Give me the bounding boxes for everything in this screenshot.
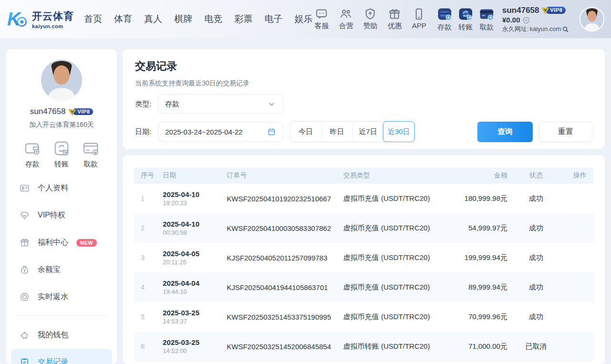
cell-order-no: KWSF202504100030583307862 bbox=[227, 224, 343, 232]
sidebar-item-yuebao[interactable]: 余额宝 bbox=[11, 256, 112, 283]
cell-date: 2025-04-1019:20:23 bbox=[163, 190, 227, 207]
table-row: 62025-03-2514:52:00KWSF20250325145200684… bbox=[134, 332, 593, 361]
cell-date: 2025-03-2514:53:37 bbox=[163, 309, 227, 325]
table-row: 52025-03-2514:53:37KWSF20250325145337519… bbox=[134, 302, 593, 332]
card-outline-icon bbox=[82, 139, 100, 157]
cell-no: 2 bbox=[141, 224, 163, 232]
table-row: 12025-04-1019:20:23KWSF20250410192023251… bbox=[134, 184, 593, 213]
sidebar-avatar bbox=[41, 60, 82, 101]
withdraw-button[interactable]: 取款 bbox=[479, 6, 495, 32]
records-label: 交易记录 bbox=[38, 357, 68, 364]
sidebar-item-profile[interactable]: 个人资料 bbox=[11, 175, 112, 202]
main-nav: 首页体育真人棋牌电竞彩票电子娱乐 bbox=[84, 13, 313, 25]
sidebar-deposit-button[interactable]: 存款 bbox=[23, 139, 42, 169]
quick-filter-近30日[interactable]: 近30日 bbox=[383, 121, 415, 142]
cell-amount: 54,999.97元 bbox=[436, 224, 507, 233]
cell-amount: 71,000.00元 bbox=[436, 342, 507, 351]
calendar-icon[interactable] bbox=[267, 127, 276, 136]
balance-dropdown-icon[interactable] bbox=[523, 17, 530, 24]
cell-order-no: KWSF202503251453375190995 bbox=[227, 313, 343, 321]
cell-type: 虚拟币充值 (USDT/TRC20) bbox=[343, 224, 436, 233]
cell-date-time: 00:30:58 bbox=[163, 229, 227, 236]
cell-status: 已取消 bbox=[507, 342, 565, 351]
cell-amount: 180,999.98元 bbox=[436, 194, 507, 203]
cell-date-time: 14:53:37 bbox=[163, 318, 227, 325]
service-label: 客服 bbox=[315, 21, 329, 31]
gem-icon bbox=[20, 210, 30, 220]
withdraw-icon bbox=[479, 6, 495, 22]
partner-button[interactable]: 合营 bbox=[339, 8, 353, 31]
col-header-no: 序号 bbox=[141, 171, 163, 180]
wallet-icon-group: 存款转账取款 bbox=[437, 6, 495, 32]
cell-date: 2025-03-2514:52:00 bbox=[163, 338, 227, 354]
reset-button[interactable]: 重置 bbox=[539, 122, 592, 142]
sidebar-withdraw-button[interactable]: 取款 bbox=[82, 139, 100, 169]
table-row: 22025-04-1000:30:58KWSF20250410003058330… bbox=[134, 213, 593, 243]
transfer-icon bbox=[458, 6, 474, 22]
date-range-input[interactable]: 2025-03-24~2025-04-22 bbox=[158, 122, 283, 142]
cell-status: 成功 bbox=[507, 194, 565, 203]
sidebar-vip-badge: VIP8 bbox=[68, 108, 93, 115]
brand-domain: kaiyun.com bbox=[32, 23, 74, 29]
sidebar-item-vip[interactable]: VIP特权 bbox=[11, 202, 112, 229]
nav-item-home[interactable]: 首页 bbox=[84, 13, 102, 25]
vip-badge: VIP8 bbox=[541, 7, 566, 14]
nav-item-sports[interactable]: 体育 bbox=[114, 13, 132, 25]
search-icon[interactable] bbox=[562, 26, 569, 33]
moneybag-icon bbox=[20, 265, 30, 275]
cell-date-time: 14:52:00 bbox=[163, 347, 227, 354]
nav-item-lottery[interactable]: 彩票 bbox=[234, 13, 253, 25]
table-header-row: 序号日期订单号交易类型金额状态操作 bbox=[134, 167, 593, 184]
idcard-icon bbox=[20, 183, 30, 193]
cell-date-day: 2025-04-10 bbox=[163, 190, 227, 198]
sidebar-item-rebate[interactable]: 实时返水 bbox=[11, 283, 112, 311]
nav-item-slots[interactable]: 电子 bbox=[264, 13, 283, 25]
cell-no: 5 bbox=[141, 313, 163, 321]
nav-item-entertainment[interactable]: 娱乐 bbox=[295, 13, 313, 25]
gift-icon bbox=[388, 8, 401, 21]
deposit-button[interactable]: 存款 bbox=[437, 6, 453, 32]
brand-logo[interactable]: K 开云体育 kaiyun.com bbox=[7, 8, 77, 30]
col-header-date: 日期 bbox=[163, 171, 227, 180]
quick-filter-今日[interactable]: 今日 bbox=[290, 122, 321, 142]
type-select[interactable]: 存款 bbox=[158, 94, 283, 114]
deposit-icon bbox=[437, 6, 453, 22]
deposit-label: 存款 bbox=[25, 160, 40, 169]
service-button[interactable]: 客服 bbox=[315, 8, 329, 31]
cell-date-day: 2025-03-25 bbox=[163, 309, 227, 317]
cell-status: 成功 bbox=[507, 312, 565, 322]
cell-type: 虚拟币充值 (USDT/TRC20) bbox=[343, 312, 436, 322]
deposit-label: 存款 bbox=[438, 23, 452, 32]
partner-label: 合营 bbox=[339, 21, 353, 31]
cell-type: 虚拟币充值 (USDT/TRC20) bbox=[343, 283, 436, 292]
cell-date-time: 19:44:10 bbox=[163, 288, 227, 295]
table-row: 32025-04-0520:11:25KJSF20250405201125709… bbox=[134, 243, 593, 272]
query-button[interactable]: 查询 bbox=[477, 122, 533, 142]
vip-v-icon bbox=[541, 7, 549, 14]
quick-filter-近7日[interactable]: 近7日 bbox=[352, 122, 383, 142]
sidebar-item-records[interactable]: 交易记录 bbox=[11, 349, 112, 364]
col-header-order: 订单号 bbox=[227, 171, 343, 180]
cell-order-no: KWSF202504101920232510667 bbox=[227, 195, 343, 203]
date-quick-filters: 今日昨日近7日近30日 bbox=[290, 121, 415, 142]
transfer-button[interactable]: 转账 bbox=[458, 6, 474, 32]
nav-item-chess[interactable]: 棋牌 bbox=[174, 13, 192, 25]
rebate-label: 实时返水 bbox=[38, 292, 68, 302]
sidebar-item-welfare[interactable]: 福利中心NEW bbox=[11, 229, 112, 256]
quick-filter-昨日[interactable]: 昨日 bbox=[321, 122, 352, 142]
cell-date-day: 2025-03-25 bbox=[163, 338, 227, 346]
sidebar-item-wallet[interactable]: 我的钱包 bbox=[11, 322, 112, 349]
col-header-amount: 金额 bbox=[436, 171, 507, 180]
page-content: sun47658 VIP8 加入开云体育第160天 存款转账取款 个人资料VIP… bbox=[0, 38, 611, 364]
nav-item-live[interactable]: 真人 bbox=[144, 13, 162, 25]
avatar[interactable] bbox=[579, 7, 604, 31]
profile-label: 个人资料 bbox=[38, 183, 68, 193]
vip-v-icon bbox=[68, 109, 76, 116]
app-button[interactable]: APP bbox=[412, 8, 426, 31]
cell-date-day: 2025-04-04 bbox=[163, 279, 227, 287]
cell-order-no: KJSF202504041944105863701 bbox=[227, 283, 343, 291]
promo-button[interactable]: 优惠 bbox=[388, 8, 402, 31]
sidebar-transfer-button[interactable]: 转账 bbox=[53, 139, 71, 169]
sponsor-button[interactable]: 赞助 bbox=[363, 8, 378, 31]
nav-item-esports[interactable]: 电竞 bbox=[204, 13, 222, 25]
